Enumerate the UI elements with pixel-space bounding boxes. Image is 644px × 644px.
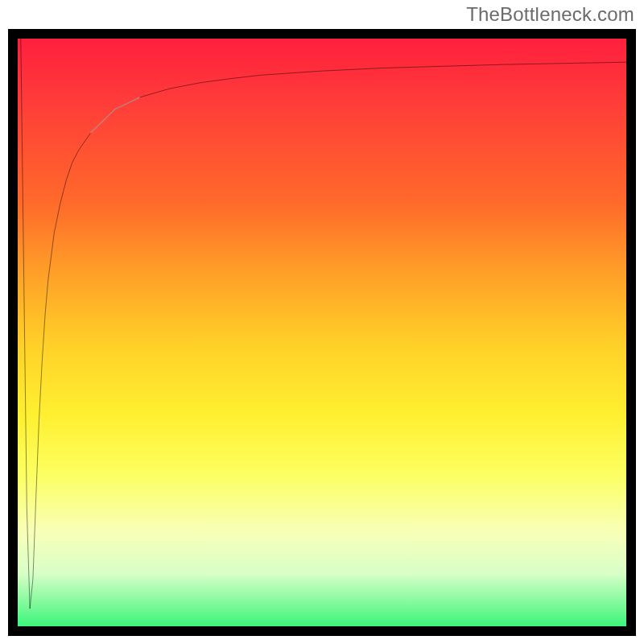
- curve-svg: [18, 39, 626, 626]
- curve-highlight-segment: [91, 97, 139, 133]
- watermark-text: TheBottleneck.com: [466, 3, 634, 26]
- plot-gradient-area: [18, 39, 626, 626]
- chart-frame: TheBottleneck.com: [0, 0, 644, 644]
- plot-border: [8, 29, 636, 636]
- bottleneck-curve-line: [21, 39, 626, 609]
